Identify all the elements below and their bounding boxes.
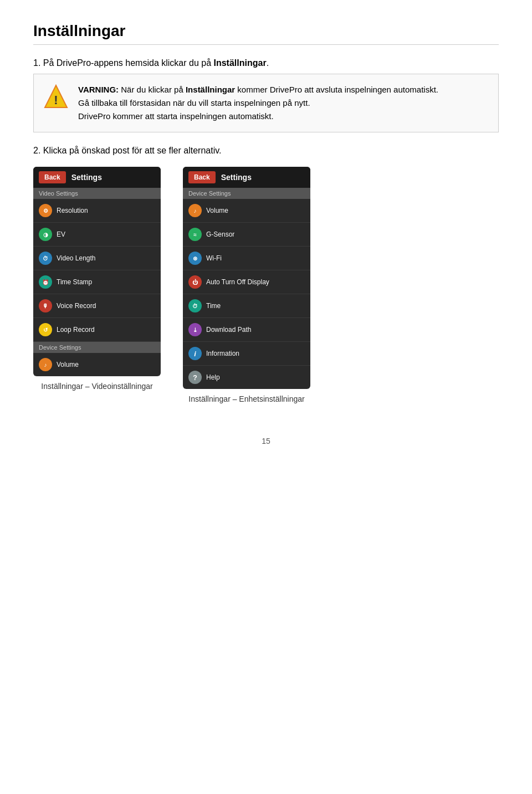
time-icon: ⏱ [188,299,202,313]
right-screen-header: Back Settings [183,167,310,188]
wifi-icon: ⊛ [188,252,202,265]
list-item[interactable]: i Information [183,342,310,366]
list-item[interactable]: ↺ Loop Record [33,318,161,342]
list-item[interactable]: 🎙 Voice Record [33,294,161,318]
volume-icon-left: ♪ [39,358,52,371]
time-label: Time [206,302,221,310]
list-item[interactable]: ⏻ Auto Turn Off Display [183,270,310,294]
page-title: Inställningar [33,22,499,45]
left-screenshot-block: Back Settings Video Settings ⚙ Resolutio… [33,167,161,403]
auto-turn-off-icon: ⏻ [188,275,202,289]
loop-record-label: Loop Record [57,326,95,334]
auto-turn-off-label: Auto Turn Off Display [206,278,269,286]
step2-text: 2. Klicka på önskad post för att se fler… [33,146,499,156]
right-device-screen: Back Settings Device Settings ♪ Volume ≈… [183,167,310,389]
video-length-icon: ⏱ [39,252,52,265]
help-icon: ? [188,371,202,384]
ev-label: EV [57,230,65,238]
help-label: Help [206,373,220,381]
wifi-label: Wi-Fi [206,254,222,262]
list-item[interactable]: ♪ Volume [33,353,161,376]
ev-icon: ◑ [39,228,52,241]
right-screen-title: Settings [221,173,252,182]
volume-icon-right: ♪ [188,204,202,217]
list-item[interactable]: ⏰ Time Stamp [33,270,161,294]
left-caption: Inställningar – Videoinställningar [41,382,152,391]
loop-record-icon: ↺ [39,323,52,336]
right-back-button[interactable]: Back [188,171,216,183]
volume-label-left: Volume [57,361,79,368]
volume-label-right: Volume [206,207,228,214]
left-section2-label: Device Settings [33,342,161,353]
step1-text: 1. På DrivePro-appens hemsida klickar du… [33,58,499,68]
download-path-icon: ⤓ [188,323,202,336]
list-item[interactable]: ⏱ Time [183,294,310,318]
list-item[interactable]: ≈ G-Sensor [183,223,310,247]
left-screen-title: Settings [71,173,102,182]
svg-text:!: ! [54,93,58,107]
resolution-label: Resolution [57,207,88,214]
g-sensor-label: G-Sensor [206,230,234,238]
warning-box: ! VARNING: När du klickar på Inställning… [33,74,499,132]
time-stamp-label: Time Stamp [57,278,92,286]
list-item[interactable]: ◑ EV [33,223,161,247]
download-path-label: Download Path [206,326,251,334]
video-length-label: Video Length [57,254,96,262]
right-caption: Inställningar – Enhetsinställningar [188,395,304,403]
left-back-button[interactable]: Back [39,171,66,183]
list-item[interactable]: ♪ Volume [183,199,310,223]
list-item[interactable]: ⤓ Download Path [183,318,310,342]
voice-record-icon: 🎙 [39,299,52,313]
g-sensor-icon: ≈ [188,228,202,241]
list-item[interactable]: ⚙ Resolution [33,199,161,223]
time-stamp-icon: ⏰ [39,275,52,289]
screenshots-row: Back Settings Video Settings ⚙ Resolutio… [33,167,499,403]
left-device-screen: Back Settings Video Settings ⚙ Resolutio… [33,167,161,376]
list-item[interactable]: ? Help [183,366,310,389]
list-item[interactable]: ⏱ Video Length [33,247,161,270]
right-section1-label: Device Settings [183,188,310,199]
page-number: 15 [33,437,499,445]
voice-record-label: Voice Record [57,302,96,310]
right-screenshot-block: Back Settings Device Settings ♪ Volume ≈… [183,167,310,403]
warning-icon: ! [43,83,69,110]
warning-text: VARNING: När du klickar på Inställningar… [78,83,438,123]
list-item[interactable]: ⊛ Wi-Fi [183,247,310,270]
resolution-icon: ⚙ [39,204,52,217]
left-section1-label: Video Settings [33,188,161,199]
left-screen-header: Back Settings [33,167,161,188]
information-icon: i [188,347,202,360]
information-label: Information [206,350,239,357]
